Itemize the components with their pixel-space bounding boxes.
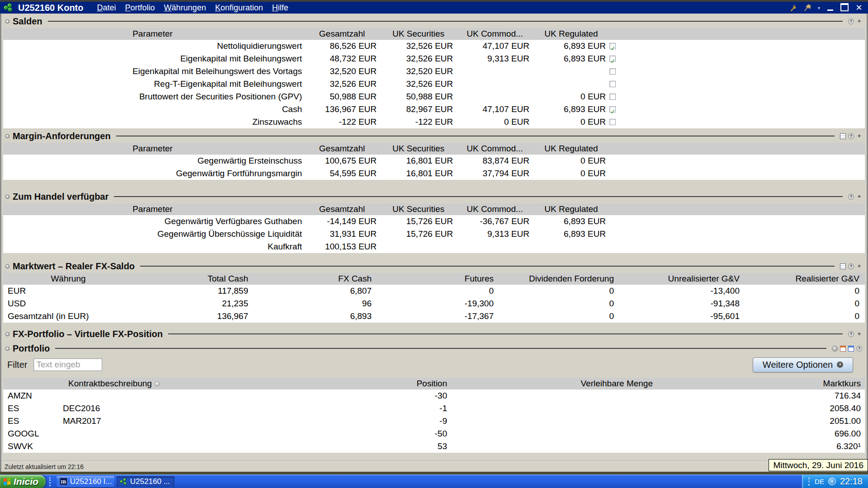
section-header-fx-portfolio: FX-Portfolio – Virtuelle FX-Position ? +: [3, 327, 867, 341]
section-toggle-icon[interactable]: [5, 195, 9, 199]
table-row: Reg-T-Eigenkapital mit Beleihungswert 32…: [3, 78, 865, 90]
language-indicator[interactable]: DE: [815, 478, 824, 485]
section-title: Portfolio: [13, 343, 50, 354]
titlebar-dropdown-arrow[interactable]: ▾: [818, 5, 820, 10]
portfolio-row[interactable]: ESMAR2017 -9 2051.00: [3, 415, 865, 427]
section-title: Zum Handel verfügbar: [13, 192, 108, 202]
cell-symbol: AMZN: [3, 389, 63, 402]
column-header-fx-cash: FX Cash: [252, 273, 375, 285]
section-toggle-icon[interactable]: [5, 332, 9, 336]
column-header-verleihbare-menge[interactable]: Verleihbare Menge: [451, 378, 656, 389]
wrench-icon[interactable]: [789, 4, 798, 12]
calendar-icon[interactable]: [840, 346, 846, 352]
help-icon[interactable]: ?: [848, 19, 854, 24]
column-header-uk-regulated: UK Regulated: [533, 28, 609, 40]
menu-konfiguration[interactable]: Konfiguration: [211, 2, 268, 14]
help-icon[interactable]: ?: [848, 194, 854, 200]
pin-icon[interactable]: [803, 4, 812, 12]
column-header-position[interactable]: Position: [225, 378, 451, 389]
menu-datei[interactable]: Datei: [93, 2, 121, 14]
taskbar: Inicio IB U252160 I... U252160 ... DE ‹ …: [0, 474, 868, 488]
uk-regulated-checkbox[interactable]: [609, 81, 616, 87]
taskbar-item-konto-window[interactable]: U252160 ...: [117, 476, 175, 487]
cell-total: -122 EUR: [304, 116, 380, 128]
table-row: Kaufkraft 100,153 EUR: [3, 240, 865, 253]
table-row: Gegenwärtig Fortführungsmargin 54,595 EU…: [3, 167, 865, 180]
tool-icon[interactable]: [832, 346, 838, 352]
column-header-kontraktbeschreibung[interactable]: Kontraktbeschreibung: [3, 378, 225, 389]
cell-total: 100,675 EUR: [304, 155, 380, 167]
window-icon[interactable]: [848, 346, 854, 352]
row-label: Reg-T-Eigenkapital mit Beleihungswert: [3, 78, 304, 90]
margin-table-header: Parameter Gesamtzahl UK Securities UK Co…: [3, 143, 865, 155]
portfolio-table-header: Kontraktbeschreibung Position Verleihbar…: [3, 378, 865, 389]
column-header-marktkurs[interactable]: Marktkurs: [656, 378, 864, 389]
cell-uk-regulated: 6,893 EUR: [533, 40, 609, 52]
help-icon[interactable]: ?: [848, 331, 854, 337]
expand-icon[interactable]: +: [856, 194, 862, 200]
start-button[interactable]: Inicio: [0, 475, 46, 488]
taskbar-item-tws-main[interactable]: IB U252160 I...: [57, 476, 114, 487]
hide-icons-button[interactable]: ‹: [828, 478, 836, 485]
close-button[interactable]: ✕: [854, 4, 863, 11]
row-label: Nettoliquidierungswert: [3, 40, 304, 52]
section-toggle-icon[interactable]: [5, 264, 9, 268]
menu-portfolio[interactable]: Portfolio: [121, 2, 160, 14]
uk-regulated-checkbox[interactable]: [609, 43, 616, 49]
account-window-content: Salden ? + Parameter Gesamtzahl UK Secur…: [0, 14, 868, 472]
cell-total-cash: 21,235: [133, 297, 252, 310]
cell-uk-regulated: 6,893 EUR: [533, 52, 609, 65]
uk-regulated-checkbox[interactable]: [609, 56, 616, 62]
table-row: Gesamtzahl (in EUR) 136,967 6,893 -17,36…: [3, 310, 865, 323]
sort-icon[interactable]: [155, 381, 160, 386]
cell-uk-securities: 50,988 EUR: [380, 90, 457, 103]
cell-uk-regulated: 0 EUR: [533, 90, 609, 103]
cell-month: MAR2017: [63, 415, 101, 427]
cell-dividenden: 0: [497, 310, 618, 323]
cell-total: 32,520 EUR: [304, 65, 380, 78]
account-coins-icon: $$$: [4, 3, 14, 12]
cell-uk-securities: 16,801 EUR: [380, 155, 457, 167]
minimize-button[interactable]: [826, 4, 835, 11]
cell-total-cash: 117,859: [133, 285, 252, 297]
section-rule: [48, 21, 843, 22]
section-toggle-icon[interactable]: [5, 347, 9, 351]
filter-input[interactable]: [33, 358, 102, 371]
uk-regulated-checkbox[interactable]: [609, 119, 616, 125]
help-icon[interactable]: ?: [848, 263, 854, 269]
uk-regulated-checkbox[interactable]: [609, 94, 616, 100]
column-header-uk-securities: UK Securities: [380, 143, 457, 155]
expand-icon[interactable]: +: [856, 263, 862, 269]
menu-hilfe[interactable]: Hilfe: [268, 2, 293, 14]
portfolio-row[interactable]: AMZN -30 716.34: [3, 389, 865, 402]
expand-icon[interactable]: +: [856, 331, 862, 337]
section-title: Marktwert – Realer FX-Saldo: [13, 261, 135, 272]
portfolio-row[interactable]: SWVK 53 6.320¹: [3, 440, 865, 453]
grid-icon[interactable]: [840, 133, 846, 139]
cell-uk-commodities: [457, 65, 533, 78]
help-icon[interactable]: ?: [848, 133, 854, 139]
uk-regulated-checkbox[interactable]: [609, 106, 616, 113]
portfolio-row[interactable]: GOOGL -50 696.00: [3, 427, 865, 440]
section-toggle-icon[interactable]: [5, 19, 9, 23]
portfolio-row[interactable]: ESDEC2016 -1 2058.40: [3, 402, 865, 415]
section-title: FX-Portfolio – Virtuelle FX-Position: [13, 329, 163, 339]
row-label: Gegenwärtig Fortführungsmargin: [3, 167, 304, 180]
column-header-uk-securities: UK Securities: [380, 203, 457, 215]
section-rule: [116, 136, 835, 136]
menu-waehrungen[interactable]: Währungen: [160, 2, 211, 14]
expand-icon[interactable]: +: [856, 19, 862, 24]
maximize-button[interactable]: [840, 4, 849, 11]
cell-currency: Gesamtzahl (in EUR): [3, 310, 133, 323]
cell-dividenden: 0: [497, 285, 618, 297]
cell-unrealisiert: -91,348: [618, 297, 743, 310]
expand-icon[interactable]: +: [856, 133, 862, 139]
more-options-button[interactable]: Weitere Optionen ▾: [753, 357, 853, 372]
help-icon[interactable]: ?: [856, 346, 862, 352]
grid-icon[interactable]: [840, 263, 846, 269]
cell-position: -1: [225, 402, 451, 415]
section-toggle-icon[interactable]: [5, 134, 9, 138]
status-bar: Zuletzt aktualisiert um 22:16: [1, 461, 867, 472]
ib-logo-icon: IB: [60, 478, 67, 485]
uk-regulated-checkbox[interactable]: [609, 68, 616, 75]
